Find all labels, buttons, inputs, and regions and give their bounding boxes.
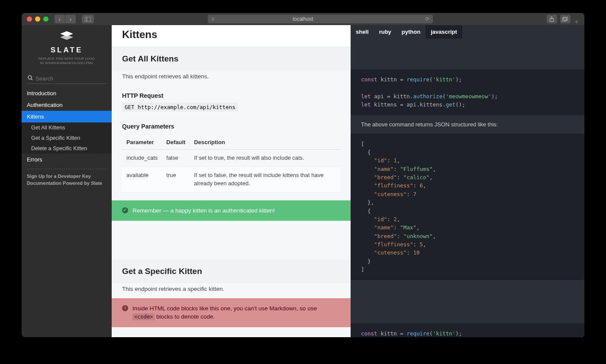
code-block-request: const kittn = require('kittn'); let api … <box>351 69 584 115</box>
code-note: The above command returns JSON structure… <box>351 115 584 134</box>
url-bar[interactable]: ≡ localhost ⟳ <box>208 15 433 23</box>
section-get-specific-kitten: Get a Specific Kitten <box>112 260 351 283</box>
forward-button[interactable]: › <box>65 15 76 23</box>
logo-block: SLATE REPLACE THIS WITH YOUR LOGOIN SOUR… <box>22 25 112 70</box>
params-table: ParameterDefaultDescription include_cats… <box>122 135 340 193</box>
svg-marker-7 <box>60 35 73 40</box>
lang-tab-python[interactable]: python <box>396 25 425 39</box>
section-get-all-kittens: Get All Kittens <box>112 47 351 71</box>
search-input[interactable] <box>35 75 106 82</box>
close-icon[interactable] <box>27 16 32 22</box>
svg-rect-0 <box>85 17 91 22</box>
info-icon: i <box>122 305 128 311</box>
sidebar-item-kittens[interactable]: Kittens <box>22 111 112 122</box>
share-icon[interactable] <box>547 15 557 23</box>
notice-text: Remember — a happy kitten is an authenti… <box>132 206 275 215</box>
url-text: localhost <box>293 16 313 22</box>
search-icon <box>28 75 33 82</box>
page-title: Kittens <box>112 25 351 47</box>
http-request-code: GET http://example.com/api/kittens <box>122 103 238 112</box>
footer-link-slate[interactable]: Documentation Powered by Slate <box>27 180 106 187</box>
browser-window: ‹ › ≡ localhost ⟳ + SL <box>22 13 584 337</box>
table-header: Default <box>162 135 190 150</box>
table-row: include_catsfalseIf set to true, the res… <box>122 150 340 167</box>
sidebar-subitem[interactable]: Delete a Specific Kitten <box>22 143 112 154</box>
maximize-icon[interactable] <box>43 16 48 22</box>
logo-subtitle: REPLACE THIS WITH YOUR LOGOIN SOURCE/IMA… <box>26 57 107 66</box>
table-header: Parameter <box>122 135 162 150</box>
tabs-icon[interactable] <box>560 15 571 23</box>
sidebar-toggle-icon[interactable] <box>82 15 94 23</box>
new-tab-icon[interactable]: + <box>574 16 579 25</box>
svg-line-9 <box>31 79 32 80</box>
minimize-icon[interactable] <box>35 16 40 22</box>
titlebar-right <box>547 15 571 23</box>
lang-tab-shell[interactable]: shell <box>351 25 374 39</box>
sidebar-item-authentication[interactable]: Authentication <box>22 99 112 111</box>
code-block-response: [ { "id": 1, "name": "Fluffums", "breed"… <box>351 134 584 280</box>
notice-warning: i Inside HTML code blocks like this one,… <box>112 298 351 327</box>
code-block-request-2: const kittn = require('kittn'); let api … <box>351 323 584 338</box>
section-desc: This endpoint retrieves all kittens. <box>112 71 351 85</box>
svg-rect-4 <box>563 18 567 21</box>
table-header: Description <box>190 135 340 150</box>
query-params-heading: Query Parameters <box>112 116 351 133</box>
sidebar-subitem[interactable]: Get All Kittens <box>22 122 112 133</box>
nav-buttons: ‹ › <box>55 15 76 23</box>
doc-column: Kittens Get All Kittens This endpoint re… <box>112 25 351 327</box>
section-desc-2: This endpoint retrieves a specific kitte… <box>112 283 351 298</box>
main: Kittens Get All Kittens This endpoint re… <box>112 25 584 337</box>
sidebar-item-introduction[interactable]: Introduction <box>22 87 112 99</box>
code-column: shellrubypythonjavascript const kittn = … <box>351 25 584 337</box>
reader-icon[interactable]: ≡ <box>211 16 214 22</box>
back-button[interactable]: ‹ <box>55 15 65 23</box>
logo-text: SLATE <box>26 46 107 55</box>
sidebar: SLATE REPLACE THIS WITH YOUR LOGOIN SOUR… <box>22 25 112 337</box>
notice-success: ✓ Remember — a happy kitten is an authen… <box>112 200 351 221</box>
sidebar-item-errors[interactable]: Errors <box>22 154 112 165</box>
svg-rect-5 <box>564 17 567 20</box>
http-request-heading: HTTP Request <box>112 85 351 103</box>
traffic-lights <box>27 16 48 22</box>
logo-icon <box>26 31 107 43</box>
content: SLATE REPLACE THIS WITH YOUR LOGOIN SOUR… <box>22 25 584 337</box>
lang-tabs: shellrubypythonjavascript <box>351 25 584 39</box>
titlebar: ‹ › ≡ localhost ⟳ + <box>22 13 584 25</box>
lang-tab-javascript[interactable]: javascript <box>425 25 462 39</box>
sidebar-subitem[interactable]: Get a Specific Kitten <box>22 133 112 143</box>
footer-link-devkey[interactable]: Sign Up for a Developer Key <box>27 173 106 180</box>
table-row: availabletrueIf set to false, the result… <box>122 167 340 193</box>
notice-text: Inside HTML code blocks like this one, y… <box>132 304 340 321</box>
reload-icon[interactable]: ⟳ <box>425 16 429 22</box>
lang-tab-ruby[interactable]: ruby <box>374 25 396 39</box>
svg-point-8 <box>28 76 32 79</box>
footer-links: Sign Up for a Developer Key Documentatio… <box>27 169 106 187</box>
search-box[interactable] <box>27 74 106 84</box>
check-icon: ✓ <box>122 207 128 213</box>
